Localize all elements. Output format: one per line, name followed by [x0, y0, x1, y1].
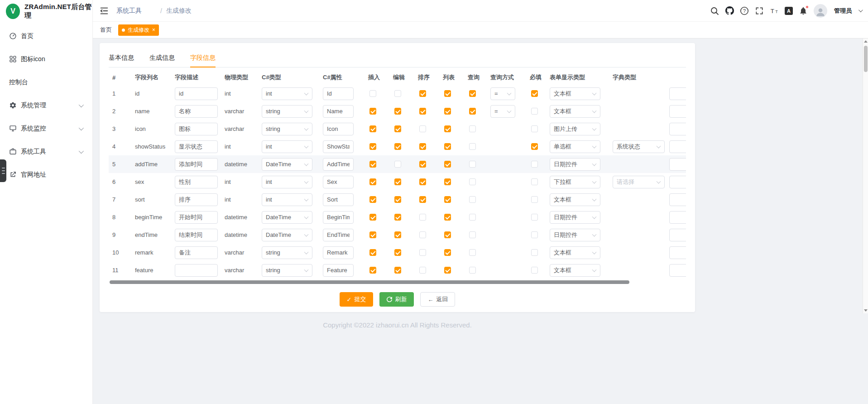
- description-input[interactable]: [175, 193, 218, 206]
- description-input[interactable]: [175, 105, 218, 118]
- search-icon[interactable]: [710, 6, 719, 15]
- list-checkbox[interactable]: [444, 90, 451, 97]
- list-checkbox[interactable]: [444, 231, 451, 238]
- insert-checkbox[interactable]: [369, 108, 376, 115]
- list-checkbox[interactable]: [444, 267, 451, 274]
- edit-checkbox[interactable]: [394, 143, 401, 150]
- sort-checkbox[interactable]: [419, 143, 426, 150]
- csharp-property-input[interactable]: [323, 193, 354, 206]
- required-checkbox[interactable]: [531, 161, 538, 168]
- csharp-property-input[interactable]: [323, 105, 354, 118]
- scroll-down-arrow[interactable]: [863, 308, 868, 313]
- sort-checkbox[interactable]: [419, 249, 426, 256]
- close-icon[interactable]: ×: [152, 27, 155, 33]
- extra-input[interactable]: [669, 193, 686, 206]
- insert-checkbox[interactable]: [369, 125, 376, 132]
- description-input[interactable]: [175, 211, 218, 224]
- extra-input[interactable]: [669, 229, 686, 241]
- sort-checkbox[interactable]: [419, 231, 426, 238]
- required-checkbox[interactable]: [531, 196, 538, 203]
- insert-checkbox[interactable]: [369, 161, 376, 168]
- required-checkbox[interactable]: [531, 143, 538, 150]
- required-checkbox[interactable]: [531, 214, 538, 221]
- csharp-type-select[interactable]: int: [262, 176, 312, 188]
- list-checkbox[interactable]: [444, 108, 451, 115]
- csharp-type-select[interactable]: int: [262, 140, 312, 153]
- csharp-property-input[interactable]: [323, 176, 354, 188]
- required-checkbox[interactable]: [531, 125, 538, 132]
- sort-checkbox[interactable]: [419, 90, 426, 97]
- csharp-property-input[interactable]: [323, 211, 354, 224]
- required-checkbox[interactable]: [531, 249, 538, 256]
- csharp-property-input[interactable]: [323, 158, 354, 171]
- required-checkbox[interactable]: [531, 90, 538, 97]
- csharp-property-input[interactable]: [323, 264, 354, 277]
- dict-type-select[interactable]: 请选择: [613, 176, 665, 188]
- refresh-button[interactable]: 刷新: [379, 292, 414, 307]
- list-checkbox[interactable]: [444, 249, 451, 256]
- query-checkbox[interactable]: [469, 143, 476, 150]
- query-checkbox[interactable]: [469, 214, 476, 221]
- display-type-select[interactable]: 文本框: [550, 264, 600, 277]
- extra-input[interactable]: [669, 87, 686, 100]
- csharp-type-select[interactable]: DateTime: [262, 158, 312, 171]
- query-checkbox[interactable]: [469, 125, 476, 132]
- edit-checkbox[interactable]: [394, 214, 401, 221]
- scroll-up-arrow[interactable]: [863, 38, 868, 44]
- notification-bell-icon[interactable]: [799, 6, 808, 15]
- vertical-scrollbar-thumb[interactable]: [864, 46, 868, 72]
- query-checkbox[interactable]: [469, 108, 476, 115]
- query-checkbox[interactable]: [469, 90, 476, 97]
- csharp-type-select[interactable]: string: [262, 105, 312, 118]
- sidebar-item-console[interactable]: 控制台: [0, 71, 92, 94]
- query-mode-select[interactable]: =: [490, 87, 515, 100]
- required-checkbox[interactable]: [531, 267, 538, 274]
- csharp-type-select[interactable]: DateTime: [262, 229, 312, 241]
- tag-home[interactable]: 首页: [99, 24, 113, 36]
- sort-checkbox[interactable]: [419, 161, 426, 168]
- dict-type-select[interactable]: 系统状态: [613, 140, 665, 153]
- display-type-select[interactable]: 日期控件: [550, 158, 600, 171]
- csharp-type-select[interactable]: int: [262, 193, 312, 206]
- sort-checkbox[interactable]: [419, 125, 426, 132]
- insert-checkbox[interactable]: [369, 178, 376, 185]
- sidebar-item-system-admin[interactable]: 系统管理: [0, 94, 92, 117]
- insert-checkbox[interactable]: [369, 143, 376, 150]
- breadcrumb-item-system-tools[interactable]: 系统工具: [116, 7, 156, 15]
- required-checkbox[interactable]: [531, 108, 538, 115]
- sort-checkbox[interactable]: [419, 214, 426, 221]
- display-type-select[interactable]: 下拉框: [550, 176, 600, 188]
- back-button[interactable]: ← 返回: [420, 292, 455, 307]
- sort-checkbox[interactable]: [419, 108, 426, 115]
- edit-checkbox[interactable]: [394, 249, 401, 256]
- list-checkbox[interactable]: [444, 125, 451, 132]
- github-icon[interactable]: [725, 6, 734, 15]
- query-checkbox[interactable]: [469, 249, 476, 256]
- extra-input[interactable]: [669, 123, 686, 135]
- query-checkbox[interactable]: [469, 267, 476, 274]
- display-type-select[interactable]: 图片上传: [550, 123, 600, 135]
- csharp-type-select[interactable]: string: [262, 264, 312, 277]
- description-input[interactable]: [175, 264, 218, 277]
- insert-checkbox[interactable]: [369, 267, 376, 274]
- display-type-select[interactable]: 文本框: [550, 105, 600, 118]
- query-checkbox[interactable]: [469, 161, 476, 168]
- sort-checkbox[interactable]: [419, 178, 426, 185]
- extra-input[interactable]: [669, 176, 686, 188]
- csharp-property-input[interactable]: [323, 229, 354, 241]
- submit-button[interactable]: ✓ 提交: [340, 292, 374, 307]
- description-input[interactable]: [175, 158, 218, 171]
- sort-checkbox[interactable]: [419, 196, 426, 203]
- description-input[interactable]: [175, 246, 218, 259]
- query-checkbox[interactable]: [469, 178, 476, 185]
- horizontal-scrollbar-thumb[interactable]: [110, 280, 629, 284]
- settings-drawer-handle[interactable]: [0, 159, 6, 182]
- display-type-select[interactable]: 日期控件: [550, 211, 600, 224]
- csharp-type-select[interactable]: int: [262, 87, 312, 100]
- sidebar-item-home[interactable]: 首页: [0, 24, 92, 48]
- required-checkbox[interactable]: [531, 178, 538, 185]
- tab-basic-info[interactable]: 基本信息: [109, 50, 134, 67]
- edit-checkbox[interactable]: [394, 231, 401, 238]
- chevron-down-icon[interactable]: [858, 8, 863, 12]
- csharp-property-input[interactable]: [323, 246, 354, 259]
